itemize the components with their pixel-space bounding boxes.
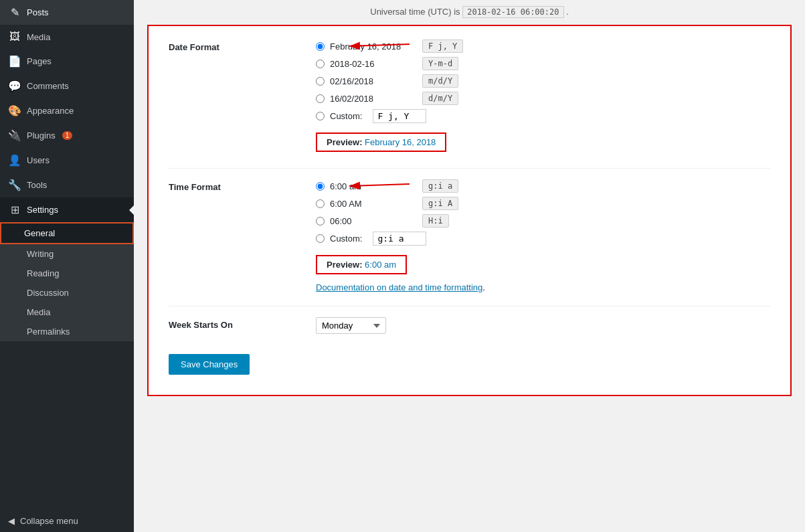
time-custom-input[interactable] — [373, 232, 426, 246]
sidebar-item-users-label: Users — [27, 155, 50, 165]
week-starts-row: Week Starts On Sunday Monday Tuesday Wed… — [169, 317, 770, 334]
time-option-1: 6:00 am g:i a — [316, 179, 770, 193]
time-format-row: Time Format 6:00 am g:i a 6:00 AM — [169, 179, 770, 292]
posts-icon: ✎ — [8, 6, 21, 19]
submenu-item-writing[interactable]: Writing — [0, 244, 134, 264]
doc-suffix: . — [482, 282, 485, 292]
submenu-item-media[interactable]: Media — [0, 302, 134, 322]
sidebar-item-comments[interactable]: 💬 Comments — [0, 74, 134, 98]
date-preview-value: February 16, 2018 — [365, 137, 436, 147]
utc-suffix: . — [566, 7, 569, 17]
date-format-controls: February 16, 2018 F j, Y 2018-02-16 Y-m-… — [316, 39, 770, 155]
time-radio-custom[interactable] — [316, 234, 325, 243]
date-radio-3[interactable] — [316, 77, 325, 86]
doc-link[interactable]: Documentation on date and time formattin… — [316, 282, 482, 292]
week-starts-controls: Sunday Monday Tuesday Wednesday Thursday… — [316, 317, 770, 334]
date-label-4[interactable]: 16/02/2018 — [330, 94, 417, 104]
sidebar-item-pages-label: Pages — [27, 56, 52, 66]
save-button[interactable]: Save Changes — [169, 354, 250, 375]
collapse-icon: ◀ — [8, 516, 15, 526]
time-radio-1[interactable] — [316, 182, 325, 191]
sidebar-item-plugins-label: Plugins — [27, 130, 56, 141]
settings-form-box: Date Format February 16, 2018 F j, Y 2 — [147, 25, 792, 396]
doc-link-container: Documentation on date and time formattin… — [316, 282, 770, 292]
settings-icon: ⊞ — [8, 203, 21, 216]
utc-value: 2018-02-16 06:00:20 — [462, 6, 563, 18]
sidebar-item-posts-label: Posts — [27, 7, 49, 17]
date-preview-box: Preview: February 16, 2018 — [316, 132, 446, 152]
collapse-label: Collapse menu — [20, 516, 78, 526]
sidebar-item-settings[interactable]: ⊞ Settings — [0, 197, 134, 222]
submenu-writing-label: Writing — [27, 249, 54, 259]
time-code-3: H:i — [422, 214, 449, 228]
sidebar-item-pages[interactable]: 📄 Pages — [0, 49, 134, 74]
appearance-icon: 🎨 — [8, 104, 21, 117]
sidebar: ✎ Posts 🖼 Media 📄 Pages 💬 Comments 🎨 App… — [0, 0, 134, 532]
settings-submenu: General Writing Reading Discussion Media… — [0, 222, 134, 341]
date-custom-input[interactable] — [373, 109, 426, 123]
sidebar-item-appearance-label: Appearance — [27, 106, 74, 116]
sidebar-item-tools-label: Tools — [27, 180, 47, 190]
sidebar-item-media[interactable]: 🖼 Media — [0, 25, 134, 49]
week-starts-select[interactable]: Sunday Monday Tuesday Wednesday Thursday… — [316, 317, 386, 334]
submenu-item-reading[interactable]: Reading — [0, 264, 134, 283]
sidebar-item-posts[interactable]: ✎ Posts — [0, 0, 134, 25]
date-label-3[interactable]: 02/16/2018 — [330, 76, 417, 86]
submenu-item-discussion[interactable]: Discussion — [0, 283, 134, 302]
submenu-permalinks-label: Permalinks — [27, 327, 70, 337]
plugins-badge: 1 — [62, 131, 73, 140]
time-code-1: g:i a — [422, 179, 458, 193]
date-code-3: m/d/Y — [422, 74, 458, 88]
sidebar-item-tools[interactable]: 🔧 Tools — [0, 173, 134, 197]
time-code-2: g:i A — [422, 197, 458, 210]
pages-icon: 📄 — [8, 55, 21, 68]
date-code-4: d/m/Y — [422, 92, 458, 105]
date-radio-custom[interactable] — [316, 112, 325, 120]
utc-text: Universal time (UTC) is — [370, 7, 460, 17]
time-radio-2[interactable] — [316, 199, 325, 208]
sidebar-item-plugins[interactable]: 🔌 Plugins 1 — [0, 123, 134, 148]
time-preview-box: Preview: 6:00 am — [316, 255, 407, 274]
submenu-general-label: General — [24, 228, 55, 238]
sidebar-item-users[interactable]: 👤 Users — [0, 148, 134, 173]
submenu-reading-label: Reading — [27, 268, 59, 278]
date-preview-label: Preview: — [327, 137, 362, 147]
collapse-menu-button[interactable]: ◀ Collapse menu — [0, 510, 134, 532]
time-format-label: Time Format — [169, 179, 316, 192]
date-radio-1[interactable] — [316, 42, 325, 51]
date-option-1: February 16, 2018 F j, Y — [316, 39, 770, 53]
week-starts-label: Week Starts On — [169, 317, 316, 330]
sidebar-item-settings-label: Settings — [27, 205, 58, 215]
time-radio-3[interactable] — [316, 217, 325, 226]
date-label-1[interactable]: February 16, 2018 — [330, 41, 417, 52]
time-format-controls: 6:00 am g:i a 6:00 AM g:i A 06:00 H:i Cu… — [316, 179, 770, 292]
time-label-1[interactable]: 6:00 am — [330, 181, 417, 191]
plugins-icon: 🔌 — [8, 129, 21, 142]
date-radio-4[interactable] — [316, 94, 325, 103]
time-preview-label: Preview: — [327, 260, 362, 270]
submenu-item-general[interactable]: General — [0, 222, 134, 244]
time-option-custom: Custom: — [316, 232, 770, 246]
submenu-item-permalinks[interactable]: Permalinks — [0, 322, 134, 341]
date-format-label: Date Format — [169, 39, 316, 52]
time-option-3: 06:00 H:i — [316, 214, 770, 228]
time-label-3[interactable]: 06:00 — [330, 216, 417, 226]
comments-icon: 💬 — [8, 80, 21, 92]
date-label-2[interactable]: 2018-02-16 — [330, 59, 417, 69]
date-option-2: 2018-02-16 Y-m-d — [316, 57, 770, 70]
submenu-media-label: Media — [27, 307, 50, 317]
submenu-discussion-label: Discussion — [27, 288, 69, 298]
main-content: Universal time (UTC) is 2018-02-16 06:00… — [134, 0, 805, 532]
time-label-custom[interactable]: Custom: — [330, 234, 362, 244]
sidebar-item-media-label: Media — [27, 32, 50, 42]
date-option-3: 02/16/2018 m/d/Y — [316, 74, 770, 88]
date-code-2: Y-m-d — [422, 57, 458, 70]
sidebar-item-comments-label: Comments — [27, 81, 69, 91]
time-option-2: 6:00 AM g:i A — [316, 197, 770, 210]
date-option-4: 16/02/2018 d/m/Y — [316, 92, 770, 105]
date-radio-2[interactable] — [316, 60, 325, 68]
settings-arrow — [129, 205, 134, 215]
sidebar-item-appearance[interactable]: 🎨 Appearance — [0, 98, 134, 123]
date-label-custom[interactable]: Custom: — [330, 111, 362, 121]
time-label-2[interactable]: 6:00 AM — [330, 199, 417, 209]
